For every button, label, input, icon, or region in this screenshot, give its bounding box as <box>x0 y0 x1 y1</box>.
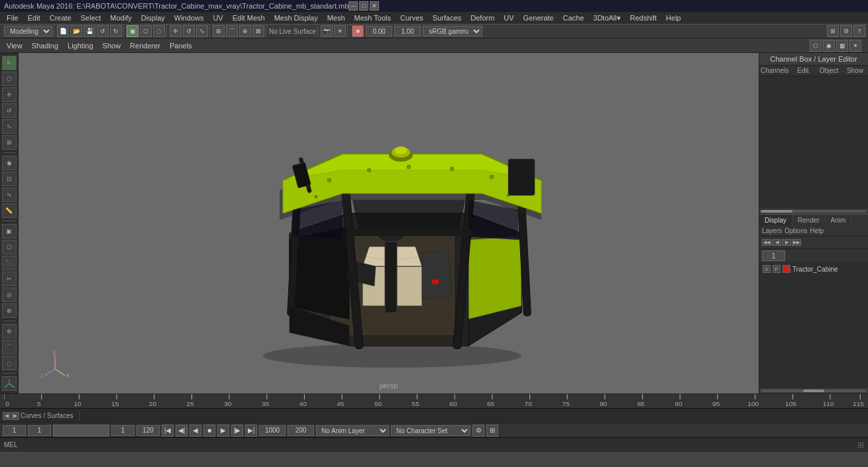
soft-select-btn[interactable]: ◉ <box>2 156 17 170</box>
layer-scroll-right2[interactable]: ▶▶ <box>792 239 801 246</box>
sculpt-btn[interactable]: ⌒ <box>2 340 17 354</box>
menu-redshift[interactable]: Redshift <box>626 13 661 23</box>
snap-grid-btn[interactable]: ⊞ <box>213 25 225 37</box>
display-tab[interactable]: Display <box>759 215 792 226</box>
menu-mesh-tools[interactable]: Mesh Tools <box>351 13 395 23</box>
bevel-btn[interactable]: ⬡ <box>2 240 17 254</box>
menu-mesh[interactable]: Mesh <box>323 13 349 23</box>
object-tab[interactable]: Object <box>816 66 842 76</box>
options-menu-item[interactable]: Options <box>785 227 807 234</box>
help-menu-item[interactable]: Help <box>810 227 824 234</box>
color-value2[interactable] <box>394 26 421 36</box>
character-dropdown[interactable]: No Character Set <box>391 425 470 436</box>
edit-tab[interactable]: Edit <box>790 66 816 76</box>
play-fwd-btn[interactable]: ▶ <box>217 425 229 437</box>
scale-btn[interactable]: ⤡ <box>196 25 208 37</box>
help-btn[interactable]: ? <box>853 25 865 37</box>
play-back-btn[interactable]: ◀ <box>190 425 201 437</box>
view-menu[interactable]: View <box>3 41 27 50</box>
menu-edit-mesh[interactable]: Edit Mesh <box>229 13 269 23</box>
rivet-btn[interactable]: ⊛ <box>2 324 17 338</box>
new-scene-btn[interactable]: 📄 <box>57 25 69 37</box>
settings-btn[interactable]: ⚙ <box>840 25 852 37</box>
menu-create[interactable]: Create <box>46 13 76 23</box>
multi-cut-btn[interactable]: ✂ <box>2 272 17 286</box>
move-tool-btn[interactable]: ✛ <box>2 87 17 102</box>
layer-pickable-btn[interactable]: P <box>773 265 781 273</box>
track-scroll-right[interactable]: ▶ <box>11 412 19 420</box>
layer-scroll-right[interactable]: ▶ <box>782 239 791 246</box>
light-preview-btn[interactable]: ☀ <box>849 40 861 52</box>
menu-select[interactable]: Select <box>77 13 105 23</box>
menu-uv[interactable]: UV <box>209 13 227 23</box>
measure-btn[interactable]: 📏 <box>2 203 17 218</box>
renderer-menu[interactable]: Renderer <box>126 41 164 50</box>
anim-settings-btn[interactable]: ⊞ <box>486 425 498 437</box>
menu-file[interactable]: File <box>3 13 23 23</box>
curve-tool-btn[interactable]: ∿ <box>2 187 17 202</box>
menu-curves[interactable]: Curves <box>396 13 427 23</box>
paint-select-btn[interactable]: ⬡ <box>2 72 17 86</box>
layer-item-tractor-cabine[interactable]: V P Tractor_Cabine <box>761 264 867 274</box>
minimize-button[interactable]: ─ <box>349 1 358 11</box>
color-space-dropdown[interactable]: sRGB gamma <box>423 26 482 36</box>
rotate-tool-btn[interactable]: ↺ <box>2 103 17 118</box>
texture-btn[interactable]: ▦ <box>836 40 848 52</box>
target-weld-btn[interactable]: ◎ <box>2 287 17 302</box>
anim-tab[interactable]: Anim <box>826 215 852 226</box>
layer-visibility-btn[interactable]: V <box>763 265 771 273</box>
playback-start-input[interactable]: 1 <box>3 425 26 436</box>
anim-layer-dropdown[interactable]: No Anim Layer <box>316 425 389 436</box>
scale-tool-btn[interactable]: ⤡ <box>2 119 17 134</box>
bridge-btn[interactable]: ⬛ <box>2 256 17 270</box>
color-picker-btn[interactable]: ■ <box>352 25 364 37</box>
show-tab[interactable]: Show <box>842 66 868 76</box>
undo-btn[interactable]: ↺ <box>97 25 109 37</box>
workspace-dropdown[interactable]: Modelling <box>4 26 52 36</box>
universal-manip-btn[interactable]: ⊞ <box>2 135 17 150</box>
playback-end-input[interactable]: 120 <box>136 425 160 436</box>
camera-btn[interactable]: 📷 <box>321 25 333 37</box>
track-scroll-left[interactable]: ◀ <box>3 412 11 420</box>
resize-grip[interactable]: ⊞ <box>857 441 864 450</box>
menu-generate[interactable]: Generate <box>519 13 558 23</box>
snap-surface-btn[interactable]: ⊠ <box>252 25 264 37</box>
layer-frame-input[interactable]: 1 <box>762 250 785 261</box>
max-range-input[interactable]: 1000 <box>259 425 286 436</box>
wireframe-btn[interactable]: ⬡ <box>810 40 822 52</box>
viewport[interactable]: x z y persp <box>19 53 759 393</box>
menu-help[interactable]: Help <box>662 13 685 23</box>
paint-btn[interactable]: ◌ <box>153 25 165 37</box>
close-button[interactable]: ✕ <box>370 1 379 11</box>
rotate-btn[interactable]: ↺ <box>183 25 195 37</box>
layers-menu-item[interactable]: Layers <box>762 227 782 234</box>
cv-btn[interactable]: ⊡ <box>2 172 17 186</box>
connect-btn[interactable]: ⊕ <box>2 303 17 318</box>
current-frame-input1[interactable]: 1 <box>28 425 51 436</box>
snap-curve-btn[interactable]: ⌒ <box>226 25 238 37</box>
current-frame-input2[interactable]: 1 <box>111 425 135 436</box>
move-btn[interactable]: ✛ <box>170 25 182 37</box>
menu-surfaces[interactable]: Surfaces <box>429 13 465 23</box>
menu-3dtoall[interactable]: 3DtoAll▾ <box>589 13 624 23</box>
save-scene-btn[interactable]: 💾 <box>83 25 95 37</box>
maximize-button[interactable]: □ <box>359 1 368 11</box>
menu-deform[interactable]: Deform <box>466 13 498 23</box>
step-fwd-btn[interactable]: |▶ <box>231 425 243 437</box>
layer-scroll-left[interactable]: ◀◀ <box>762 239 771 246</box>
menu-modify[interactable]: Modify <box>106 13 135 23</box>
lighting-menu[interactable]: Lighting <box>64 41 97 50</box>
timeline-ruler[interactable]: 0 5 10 15 20 25 30 35 <box>0 393 868 408</box>
color-value1[interactable] <box>366 26 392 36</box>
step-back-btn[interactable]: ◀| <box>176 425 188 437</box>
shading-menu[interactable]: Shading <box>28 41 62 50</box>
channels-tab[interactable]: Channels <box>759 66 790 76</box>
select-tool-btn[interactable]: ↖ <box>2 56 17 70</box>
menu-edit[interactable]: Edit <box>24 13 44 23</box>
snap-point-btn[interactable]: ⊕ <box>239 25 251 37</box>
panels-menu[interactable]: Panels <box>166 41 196 50</box>
menu-mesh-display[interactable]: Mesh Display <box>270 13 322 23</box>
menu-uv2[interactable]: UV <box>500 13 517 23</box>
layout-btn[interactable]: ⊞ <box>827 25 839 37</box>
render-tab[interactable]: Render <box>792 215 826 226</box>
